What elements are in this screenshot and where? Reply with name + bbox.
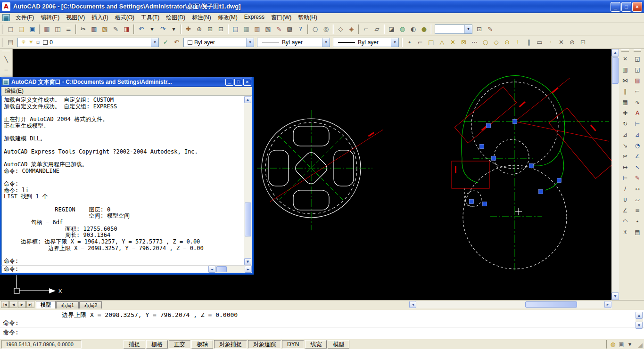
sketch-button[interactable]: ✎ bbox=[485, 24, 495, 34]
hscroll-thumb[interactable] bbox=[216, 266, 227, 272]
layer-combo[interactable]: ☼ ☀ ▫ 0 ▾ bbox=[17, 38, 159, 47]
chamfer-button[interactable]: ∠ bbox=[620, 205, 631, 216]
distance-button[interactable]: ⌐ bbox=[361, 24, 372, 34]
hatch-edit-button[interactable]: ▨ bbox=[632, 75, 643, 86]
snap-intersection-button[interactable]: ✕ bbox=[447, 37, 458, 48]
vscroll-thumb[interactable] bbox=[245, 203, 251, 236]
block-editor-button[interactable]: ◨ bbox=[121, 24, 132, 34]
orbit-button[interactable]: ◍ bbox=[397, 24, 408, 34]
canvas-hscrollbar[interactable]: ◄ ► bbox=[409, 301, 611, 308]
edit-spline-button[interactable]: ∿ bbox=[632, 97, 643, 107]
explode-button[interactable]: ✳ bbox=[620, 227, 631, 237]
model-toggle[interactable]: 模型 bbox=[328, 340, 349, 349]
menu-item[interactable]: 视图(V) bbox=[63, 13, 88, 23]
inquiry-distance-button[interactable]: ↔ bbox=[632, 183, 643, 194]
lineweight-combo[interactable]: ByLayer ▾ bbox=[333, 38, 399, 47]
command-prompt[interactable]: 命令: bbox=[0, 327, 644, 338]
scroll-right-button[interactable]: ► bbox=[245, 266, 252, 273]
snap-perpendicular-button[interactable]: ⊥ bbox=[512, 37, 523, 48]
dim-linear-button[interactable]: ⊢ bbox=[632, 118, 643, 129]
toolbar-grip[interactable] bbox=[2, 24, 3, 34]
chevron-down-icon[interactable]: ▾ bbox=[464, 25, 472, 33]
break-at-point-button[interactable]: ⊢ bbox=[620, 172, 631, 183]
render-button[interactable]: ● bbox=[419, 24, 429, 34]
text-window-hscrollbar[interactable]: ◄ ► bbox=[208, 266, 252, 273]
stretch-button[interactable]: ↘ bbox=[620, 140, 631, 151]
workspace-settings-button[interactable]: ⊡ bbox=[474, 24, 485, 34]
menu-item[interactable]: 修改(M) bbox=[215, 13, 241, 23]
dim-angular-button[interactable]: ∠ bbox=[632, 151, 643, 162]
make-block-button[interactable]: ◇ bbox=[335, 24, 346, 34]
save-button[interactable]: ▣ bbox=[27, 24, 38, 34]
sheet-set-manager-button[interactable]: ▧ bbox=[263, 24, 273, 34]
text-window-minimize-button[interactable]: _ bbox=[225, 79, 233, 86]
snap-node-button[interactable]: · bbox=[545, 37, 556, 48]
edit-text-button[interactable]: A bbox=[632, 107, 643, 118]
scale-button[interactable]: ⊿ bbox=[620, 129, 631, 140]
tab-layout1[interactable]: 布局1 bbox=[56, 301, 79, 309]
command-window-splitter[interactable] bbox=[0, 308, 644, 310]
grid-toggle[interactable]: 栅格 bbox=[146, 340, 168, 349]
copy-clip-button[interactable]: ▥ bbox=[89, 24, 99, 34]
redraw-button[interactable]: ○ bbox=[310, 24, 321, 34]
hscroll-track[interactable] bbox=[416, 301, 604, 308]
publish-button[interactable]: ≡ bbox=[63, 24, 74, 34]
tab-next-button[interactable]: ▶ bbox=[18, 301, 26, 308]
plot-button[interactable]: ▦ bbox=[41, 24, 52, 34]
menu-item[interactable]: 编辑(E) bbox=[37, 13, 63, 23]
scroll-left-button[interactable]: ◄ bbox=[409, 301, 416, 308]
snap-toggle[interactable]: 捕捉 bbox=[124, 340, 145, 349]
lwt-toggle[interactable]: 线宽 bbox=[305, 340, 327, 349]
toolbar-grip[interactable] bbox=[2, 38, 3, 47]
chevron-down-icon[interactable]: ▾ bbox=[391, 38, 398, 47]
dim-style-button[interactable]: ✎ bbox=[632, 172, 643, 183]
snap-center-button[interactable]: ○ bbox=[480, 37, 491, 48]
temporary-track-point-button[interactable]: ∙ bbox=[404, 37, 415, 48]
insert-block-button[interactable]: ◈ bbox=[346, 24, 357, 34]
properties-button[interactable]: ▤ bbox=[230, 24, 241, 34]
menu-item[interactable]: 标注(N) bbox=[189, 13, 215, 23]
selection-grips[interactable] bbox=[470, 120, 561, 206]
redo-button[interactable]: ↷ bbox=[157, 24, 168, 34]
line-button[interactable]: ╲ bbox=[1, 54, 12, 65]
help-button[interactable]: ? bbox=[295, 24, 306, 34]
pan-button[interactable]: ✚ bbox=[183, 24, 194, 34]
text-window-close-button[interactable]: × bbox=[243, 79, 251, 86]
snap-tangent-button[interactable]: ⊙ bbox=[502, 37, 512, 48]
qnew-button[interactable]: ▢ bbox=[5, 24, 16, 34]
snap-from-button[interactable]: ⌐ bbox=[415, 37, 426, 48]
tab-layout2[interactable]: 布局2 bbox=[79, 301, 102, 309]
snap-nearest-button[interactable]: ✕ bbox=[556, 37, 567, 48]
snap-none-button[interactable]: ⊘ bbox=[567, 37, 578, 48]
chevron-down-icon[interactable]: ▾ bbox=[322, 38, 330, 47]
text-window-edit-menu[interactable]: 编辑(E) bbox=[1, 86, 27, 96]
menu-item[interactable]: 格式(O) bbox=[112, 13, 138, 23]
inquiry-area-button[interactable]: ▱ bbox=[632, 194, 643, 205]
scroll-down-button[interactable]: ▼ bbox=[636, 322, 643, 329]
tool-palettes-button[interactable]: ▥ bbox=[252, 24, 263, 34]
communication-center-icon[interactable]: ◍ bbox=[609, 340, 617, 349]
redo-list-button[interactable]: ▾ bbox=[168, 24, 179, 34]
snap-midpoint-button[interactable]: △ bbox=[437, 37, 447, 48]
quick-leader-button[interactable]: ↖ bbox=[632, 162, 643, 172]
tray-arrow-icon[interactable]: ▾ bbox=[626, 340, 634, 349]
scroll-up-button[interactable]: ▲ bbox=[636, 312, 643, 319]
snap-parallel-button[interactable]: ∥ bbox=[523, 37, 534, 48]
minimize-button[interactable]: _ bbox=[611, 2, 620, 12]
draworder-front-button[interactable]: ◱ bbox=[632, 53, 643, 64]
text-window-maximize-button[interactable]: □ bbox=[234, 79, 242, 86]
tab-prev-button[interactable]: ◀ bbox=[9, 301, 17, 308]
command-window[interactable]: 边界上限 X = 2098.3257, Y = 796.2074 , Z = 0… bbox=[0, 308, 644, 339]
join-button[interactable]: ∪ bbox=[620, 194, 631, 205]
ortho-toggle[interactable]: 正交 bbox=[169, 340, 190, 349]
hscroll-track[interactable] bbox=[215, 266, 245, 273]
match-properties-button[interactable]: ✎ bbox=[110, 24, 121, 34]
snap-extension-button[interactable]: ⋯ bbox=[469, 37, 480, 48]
cut-button[interactable]: ✂ bbox=[78, 24, 89, 34]
copy-object-button[interactable]: ▥ bbox=[620, 64, 631, 75]
construction-line-button[interactable]: ─ bbox=[1, 65, 12, 75]
list-button[interactable]: ≡ bbox=[632, 205, 643, 216]
hide-button[interactable]: ◐ bbox=[408, 24, 419, 34]
scroll-up-button[interactable]: ▲ bbox=[244, 96, 251, 103]
layer-properties-manager-button[interactable]: ▤ bbox=[5, 37, 16, 48]
